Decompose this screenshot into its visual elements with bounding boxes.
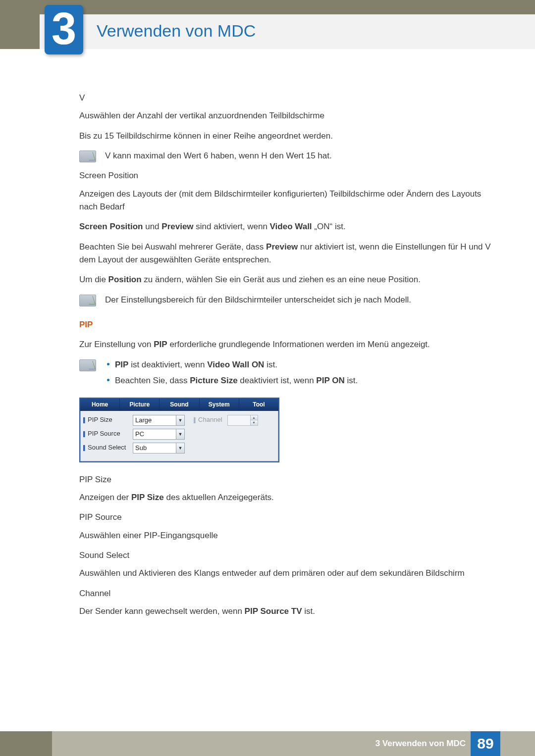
text-sp-2: Screen Position und Preview sind aktivie… xyxy=(79,220,495,233)
t-pn2-2: deaktiviert ist, wenn xyxy=(238,376,317,385)
b-sp-4: Preview xyxy=(266,242,298,252)
b-pn2-2: PIP ON xyxy=(316,376,344,385)
t-sp-4: Beachten Sie bei Auswahl mehrerer Geräte… xyxy=(79,242,266,252)
t-pn2-1: Beachten Sie, dass xyxy=(115,376,190,385)
footer: 3 Verwenden von MDC 89 xyxy=(0,731,535,756)
heading-pip-size: PIP Size xyxy=(79,473,495,486)
label-pip-size: PIP Size xyxy=(83,415,133,425)
t-sp-6: Um die xyxy=(79,275,108,284)
note-v: V kann maximal den Wert 6 haben, wenn H … xyxy=(79,150,495,162)
heading-v: V xyxy=(79,92,495,104)
footer-right-pad xyxy=(500,731,535,756)
b-sp-2: Preview xyxy=(161,222,193,231)
text-pip-size: Anzeigen der PIP Size des aktuellen Anze… xyxy=(79,491,495,504)
t-ch-1: Der Sender kann gewechselt werden, wenn xyxy=(79,606,245,616)
footer-left-block xyxy=(0,731,52,756)
tab-picture[interactable]: Picture xyxy=(120,399,160,410)
chevron-down-icon: ▼ xyxy=(176,429,184,439)
heading-pip: PIP xyxy=(79,318,495,331)
label-sound-select: Sound Select xyxy=(83,443,133,453)
b-pn2-1: Picture Size xyxy=(190,376,237,385)
note-pip-item-1: PIP ist deaktiviert, wenn Video Wall ON … xyxy=(115,358,495,371)
t-sp-7: zu ändern, wählen Sie ein Gerät aus und … xyxy=(142,275,421,284)
tab-home[interactable]: Home xyxy=(80,399,120,410)
b-sp-5: Position xyxy=(108,275,142,284)
chevron-up-icon: ▲ xyxy=(251,415,258,421)
text-v-1: Auswählen der Anzahl der vertikal anzuor… xyxy=(79,109,495,122)
label-pip-source: PIP Source xyxy=(83,429,133,439)
t-pip-1: Zur Einstellung von xyxy=(79,340,154,349)
b-sp-1: Screen Position xyxy=(79,222,143,231)
select-pip-source[interactable]: PC ▼ xyxy=(133,429,185,440)
note-v-text: V kann maximal den Wert 6 haben, wenn H … xyxy=(105,150,495,162)
text-v-2: Bis zu 15 Teilbildschirme können in eine… xyxy=(79,130,495,143)
note-icon xyxy=(79,295,96,306)
note-icon xyxy=(79,359,96,371)
chapter-number: 3 xyxy=(52,6,76,51)
b-pip-1: PIP xyxy=(154,340,167,349)
note-sp: Der Einstellungsbereich für den Bildschi… xyxy=(79,294,495,306)
t-ps-2: des aktuellen Anzeigegeräts. xyxy=(164,493,274,502)
note-sp-text: Der Einstellungsbereich für den Bildschi… xyxy=(105,294,495,306)
footer-page-number: 89 xyxy=(471,731,500,756)
b-pn1-2: Video Wall ON xyxy=(207,360,264,369)
text-channel: Der Sender kann gewechselt werden, wenn … xyxy=(79,605,495,618)
tab-tool[interactable]: Tool xyxy=(239,399,278,410)
heading-sound-select: Sound Select xyxy=(79,549,495,562)
heading-pip-source: PIP Source xyxy=(79,511,495,524)
pip-tabs: Home Picture Sound System Tool xyxy=(80,399,278,411)
text-pip-source: Auswählen einer PIP-Eingangsquelle xyxy=(79,529,495,542)
t-sp-2: sind aktiviert, wenn xyxy=(194,222,270,231)
note-pip: PIP ist deaktiviert, wenn Video Wall ON … xyxy=(79,358,495,391)
b-sp-3: Video Wall xyxy=(270,222,312,231)
t-sp-1: und xyxy=(143,222,161,231)
select-pip-source-value: PC xyxy=(135,430,144,438)
chevron-down-icon: ▼ xyxy=(251,420,258,425)
t-ch-2: ist. xyxy=(302,606,315,616)
note-pip-item-2: Beachten Sie, dass Picture Size deaktivi… xyxy=(115,374,495,387)
spinner-channel[interactable]: ▲▼ xyxy=(227,415,258,426)
select-sound-select-value: Sub xyxy=(135,444,147,452)
chevron-down-icon: ▼ xyxy=(176,415,184,425)
text-pip-intro: Zur Einstellung von PIP erforderliche gr… xyxy=(79,338,495,351)
chapter-badge: 3 xyxy=(45,5,83,54)
t-pn2-3: ist. xyxy=(345,376,358,385)
text-sp-1: Anzeigen des Layouts der (mit dem Bildsc… xyxy=(79,188,495,214)
chevron-down-icon: ▼ xyxy=(176,443,184,453)
content: V Auswählen der Anzahl der vertikal anzu… xyxy=(79,92,495,625)
tab-system[interactable]: System xyxy=(200,399,239,410)
tab-sound[interactable]: Sound xyxy=(160,399,199,410)
t-ps-1: Anzeigen der xyxy=(79,493,131,502)
t-pn1-1: ist deaktiviert, wenn xyxy=(128,360,207,369)
select-pip-size-value: Large xyxy=(135,416,152,424)
chapter-title: Verwenden von MDC xyxy=(97,21,256,41)
t-sp-3: „ON“ ist. xyxy=(312,222,346,231)
t-pip-2: erforderliche grundlegende Informationen… xyxy=(167,340,430,349)
select-pip-size[interactable]: Large ▼ xyxy=(133,415,185,426)
text-sound-select: Auswählen und Aktivieren des Klangs entw… xyxy=(79,567,495,580)
heading-screen-position: Screen Position xyxy=(79,169,495,182)
select-sound-select[interactable]: Sub ▼ xyxy=(133,443,185,454)
text-sp-3: Beachten Sie bei Auswahl mehrerer Geräte… xyxy=(79,241,495,267)
b-pn1-1: PIP xyxy=(115,360,128,369)
footer-text: 3 Verwenden von MDC xyxy=(375,731,466,756)
text-sp-4: Um die Position zu ändern, wählen Sie ei… xyxy=(79,273,495,286)
b-ch-1: PIP Source TV xyxy=(245,606,302,616)
note-icon xyxy=(79,151,96,162)
b-ps-1: PIP Size xyxy=(131,493,164,502)
pip-settings-panel: Home Picture Sound System Tool PIP Size … xyxy=(79,398,279,462)
t-pn1-2: ist. xyxy=(264,360,277,369)
heading-channel: Channel xyxy=(79,587,495,600)
label-channel: Channel xyxy=(194,415,222,425)
